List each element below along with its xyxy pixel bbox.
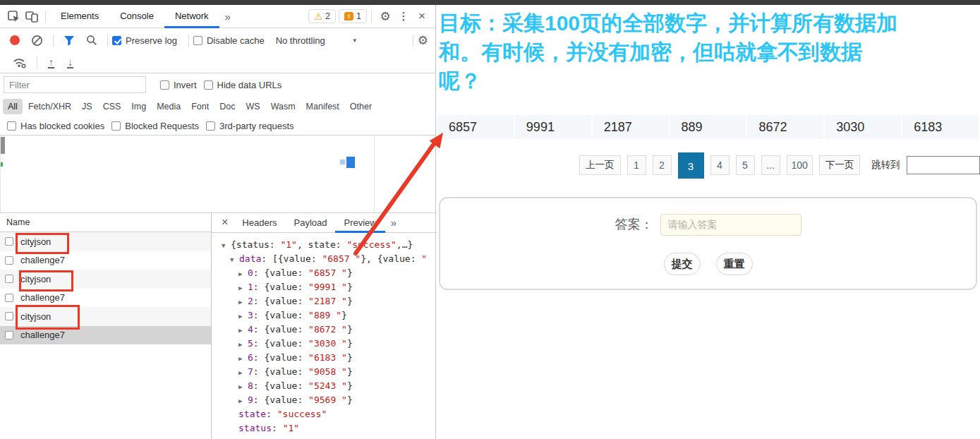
disable-cache-label: Disable cache xyxy=(207,35,265,46)
page-button[interactable]: 3 xyxy=(678,152,704,179)
warning-count: 2 xyxy=(325,11,330,21)
detail-tab[interactable]: Payload xyxy=(285,213,335,233)
pagination: 上一页 1 2 3 4 5 ... 100 下一页 跳转到 xyxy=(579,151,980,179)
answer-panel: 答案： 提交 重置 xyxy=(439,197,977,290)
disclosure-triangle-icon[interactable]: ▶ xyxy=(238,309,248,323)
kebab-menu-icon[interactable]: ⋮ xyxy=(394,7,413,25)
page-button[interactable]: 100 xyxy=(787,155,813,175)
request-checkbox[interactable] xyxy=(5,275,13,283)
close-devtools-icon[interactable]: × xyxy=(413,7,431,25)
reset-button[interactable]: 重置 xyxy=(716,253,753,275)
issues-badge[interactable]: ! 1 xyxy=(339,9,367,23)
filter-input[interactable] xyxy=(4,76,146,93)
record-icon[interactable] xyxy=(10,35,20,45)
json-segment: } xyxy=(347,380,353,391)
detail-tab[interactable]: Headers xyxy=(234,213,285,233)
throttling-select[interactable]: No throttling ▼ xyxy=(276,35,358,46)
request-filter-checkbox[interactable] xyxy=(111,121,121,131)
type-filter-pill[interactable]: Fetch/XHR xyxy=(23,99,76,114)
network-settings-gear-icon[interactable]: ⚙ xyxy=(418,35,428,47)
answer-label: 答案： xyxy=(615,216,653,233)
page-button[interactable]: 1 xyxy=(627,155,646,175)
network-overview-timeline[interactable]: 10000 ms 20000 ms 30000 ms 40000 ms xyxy=(0,136,435,213)
json-line: ▶8: {value: "5243 "} xyxy=(212,379,435,393)
page-button[interactable]: ... xyxy=(761,155,780,175)
close-detail-icon[interactable]: × xyxy=(217,216,234,230)
type-filter-pill[interactable]: Wasm xyxy=(266,99,301,114)
disclosure-triangle-icon[interactable]: ▶ xyxy=(238,394,248,408)
json-segment: 5 xyxy=(248,338,253,349)
hide-data-urls-checkbox[interactable] xyxy=(204,80,213,90)
disable-cache-checkbox[interactable] xyxy=(193,36,202,45)
network-filter-row: Invert Hide data URLs xyxy=(0,73,435,96)
request-checkbox[interactable] xyxy=(5,331,13,339)
page-button[interactable]: 4 xyxy=(710,155,730,175)
type-filter-pill[interactable]: All xyxy=(3,99,23,114)
jump-page-input[interactable] xyxy=(907,156,980,174)
more-detail-tabs-icon[interactable]: » xyxy=(385,217,402,229)
name-column-header[interactable]: Name xyxy=(0,213,211,232)
devtools-tab[interactable]: Elements xyxy=(50,5,109,28)
json-segment: : {value: xyxy=(253,324,308,335)
disclosure-triangle-icon[interactable]: ▶ xyxy=(238,323,248,337)
disclosure-triangle-icon[interactable]: ▶ xyxy=(238,380,248,394)
json-segment: : {value: xyxy=(253,267,308,278)
divider xyxy=(53,35,54,47)
submit-button[interactable]: 提交 xyxy=(664,253,701,275)
disclosure-triangle-icon[interactable]: ▶ xyxy=(238,366,248,380)
device-toolbar-icon[interactable] xyxy=(23,7,41,25)
json-segment: 3 xyxy=(248,310,253,320)
type-filter-pill[interactable]: Img xyxy=(126,99,151,114)
request-checkbox[interactable] xyxy=(5,294,13,302)
page-button[interactable]: 2 xyxy=(653,155,672,175)
search-icon[interactable] xyxy=(86,35,97,46)
type-filter-pill[interactable]: Media xyxy=(152,99,186,114)
disclosure-triangle-icon[interactable]: ▶ xyxy=(238,267,248,281)
json-segment: } xyxy=(347,338,353,349)
json-line: ▶2: {value: "2187 "} xyxy=(212,294,435,308)
json-segment: "1" xyxy=(280,239,296,250)
preserve-log-checkbox[interactable] xyxy=(112,36,121,45)
type-filter-pill[interactable]: Font xyxy=(186,99,214,114)
import-har-icon[interactable]: ↑ xyxy=(48,57,54,68)
devtools-tab[interactable]: Console xyxy=(109,5,164,28)
request-filter-checkbox[interactable] xyxy=(206,121,215,131)
timeline-grip-handle[interactable] xyxy=(0,137,5,154)
export-har-icon[interactable]: ↓ xyxy=(67,57,73,68)
json-segment: : {value: xyxy=(253,338,308,349)
disclosure-triangle-icon[interactable]: ▶ xyxy=(238,281,248,295)
answer-input[interactable] xyxy=(660,214,801,236)
request-filter-checkboxes: Has blocked cookies Blocked Requests 3rd… xyxy=(0,117,435,136)
page-button[interactable]: 下一页 xyxy=(819,155,861,175)
type-filter-pill[interactable]: Other xyxy=(345,99,377,114)
type-filter-pill[interactable]: JS xyxy=(77,99,97,114)
detail-tab[interactable]: Preview xyxy=(335,213,385,233)
type-filter-pill[interactable]: Manifest xyxy=(301,99,344,114)
inspect-element-icon[interactable] xyxy=(4,7,23,25)
filter-funnel-icon[interactable] xyxy=(63,35,75,46)
disclosure-triangle-icon[interactable]: ▼ xyxy=(222,239,231,253)
devtools-tab[interactable]: Network xyxy=(164,5,219,28)
network-conditions-icon[interactable] xyxy=(13,57,27,68)
request-filter-checkbox[interactable] xyxy=(7,121,16,131)
clear-icon[interactable] xyxy=(31,35,43,47)
type-filter-pill[interactable]: WS xyxy=(241,99,265,114)
json-segment: "1" xyxy=(283,423,299,433)
settings-gear-icon[interactable]: ⚙ xyxy=(376,7,394,25)
disclosure-triangle-icon[interactable]: ▶ xyxy=(238,295,248,309)
disclosure-triangle-icon[interactable]: ▶ xyxy=(238,337,248,351)
invert-checkbox[interactable] xyxy=(160,80,169,90)
request-checkbox[interactable] xyxy=(5,312,13,320)
disclosure-triangle-icon[interactable]: ▶ xyxy=(238,351,248,366)
request-checkbox[interactable] xyxy=(5,237,13,246)
type-filter-pill[interactable]: Doc xyxy=(214,99,240,114)
type-filter-pill[interactable]: CSS xyxy=(98,99,126,114)
warnings-badge[interactable]: ⚠ 2 xyxy=(308,9,336,23)
disclosure-triangle-icon[interactable]: ▼ xyxy=(230,253,239,267)
page-button[interactable]: 上一页 xyxy=(579,155,621,175)
more-tabs-icon[interactable]: » xyxy=(219,11,236,23)
timeline-lightblue-marker xyxy=(340,160,345,164)
json-segment: }, {value: xyxy=(361,253,421,264)
request-checkbox[interactable] xyxy=(5,256,13,265)
page-button[interactable]: 5 xyxy=(736,155,755,175)
